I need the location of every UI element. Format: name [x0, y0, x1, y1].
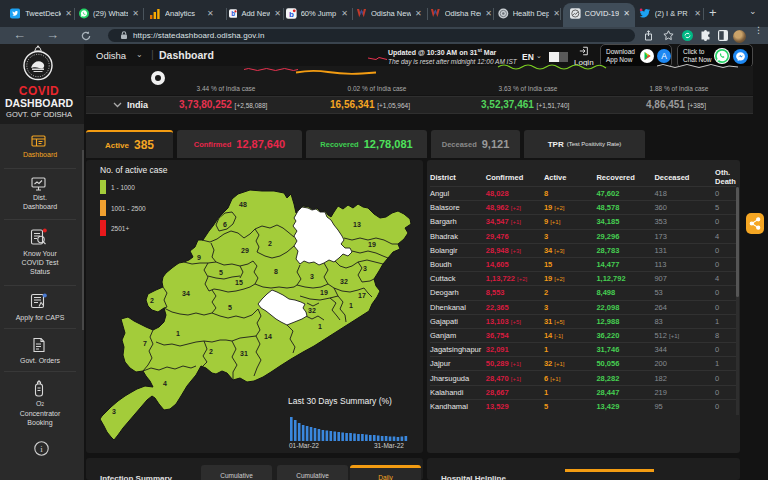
- svg-text:1: 1: [176, 330, 180, 337]
- svg-text:1: 1: [318, 323, 322, 330]
- svg-text:8: 8: [274, 268, 278, 275]
- svg-text:9: 9: [197, 254, 201, 261]
- svg-text:29: 29: [241, 247, 249, 254]
- svg-text:31: 31: [240, 350, 248, 357]
- svg-text:6: 6: [223, 221, 227, 228]
- svg-text:2: 2: [209, 348, 213, 355]
- svg-text:2: 2: [150, 297, 154, 304]
- svg-text:3: 3: [363, 265, 367, 272]
- svg-text:14: 14: [264, 333, 272, 340]
- svg-text:19: 19: [320, 289, 328, 296]
- svg-text:19: 19: [368, 241, 376, 248]
- svg-text:17: 17: [358, 292, 366, 299]
- svg-text:13: 13: [353, 221, 361, 228]
- svg-text:5: 5: [219, 269, 223, 276]
- svg-text:i: i: [40, 444, 43, 454]
- svg-text:34: 34: [182, 290, 190, 297]
- svg-text:3: 3: [112, 408, 116, 415]
- svg-text:15: 15: [235, 279, 243, 286]
- svg-text:4: 4: [163, 380, 167, 387]
- svg-text:5: 5: [228, 304, 232, 311]
- svg-text:32: 32: [308, 307, 316, 314]
- svg-text:7: 7: [143, 340, 147, 347]
- svg-text:2: 2: [268, 240, 272, 247]
- svg-text:32: 32: [340, 278, 348, 285]
- svg-text:3: 3: [310, 273, 314, 280]
- svg-text:1: 1: [349, 302, 353, 309]
- svg-text:48: 48: [239, 201, 247, 208]
